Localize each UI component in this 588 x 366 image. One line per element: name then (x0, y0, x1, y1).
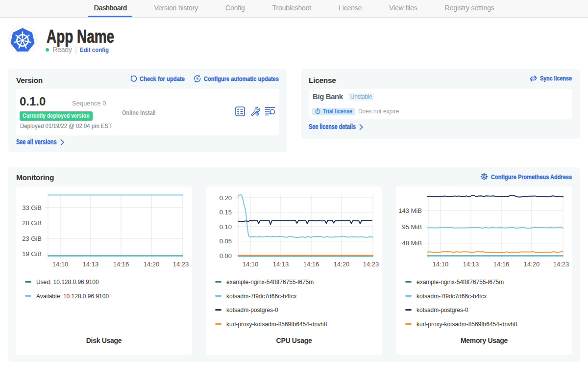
svg-text:23 GiB: 23 GiB (22, 235, 42, 242)
svg-text:14:13: 14:13 (463, 261, 479, 268)
svg-text:14:20: 14:20 (524, 261, 540, 268)
svg-text:14:16: 14:16 (113, 261, 129, 268)
svg-text:14:16: 14:16 (303, 261, 319, 268)
svg-text:19 GiB: 19 GiB (22, 250, 42, 258)
svg-text:14:20: 14:20 (334, 261, 350, 268)
svg-text:14:20: 14:20 (144, 261, 160, 268)
svg-text:33 GiB: 33 GiB (22, 204, 42, 211)
svg-text:0.10: 0.10 (220, 223, 232, 231)
svg-text:14:10: 14:10 (433, 261, 449, 268)
svg-text:14:23: 14:23 (363, 261, 379, 268)
svg-text:14:16: 14:16 (493, 261, 510, 268)
svg-text:14:13: 14:13 (83, 261, 99, 268)
svg-text:0.00: 0.00 (220, 252, 232, 260)
svg-text:28 GiB: 28 GiB (22, 219, 42, 227)
svg-text:0.05: 0.05 (220, 237, 232, 245)
svg-text:0.20: 0.20 (220, 194, 232, 202)
svg-text:14:10: 14:10 (243, 261, 259, 268)
svg-text:48 MiB: 48 MiB (402, 239, 422, 247)
svg-text:14:23: 14:23 (553, 261, 569, 268)
svg-text:95 MiB: 95 MiB (402, 223, 422, 231)
svg-text:0.15: 0.15 (220, 209, 232, 216)
svg-text:14:23: 14:23 (173, 261, 189, 268)
svg-text:14:13: 14:13 (273, 261, 289, 268)
svg-text:14:10: 14:10 (52, 261, 69, 268)
svg-text:143 MiB: 143 MiB (398, 207, 422, 214)
